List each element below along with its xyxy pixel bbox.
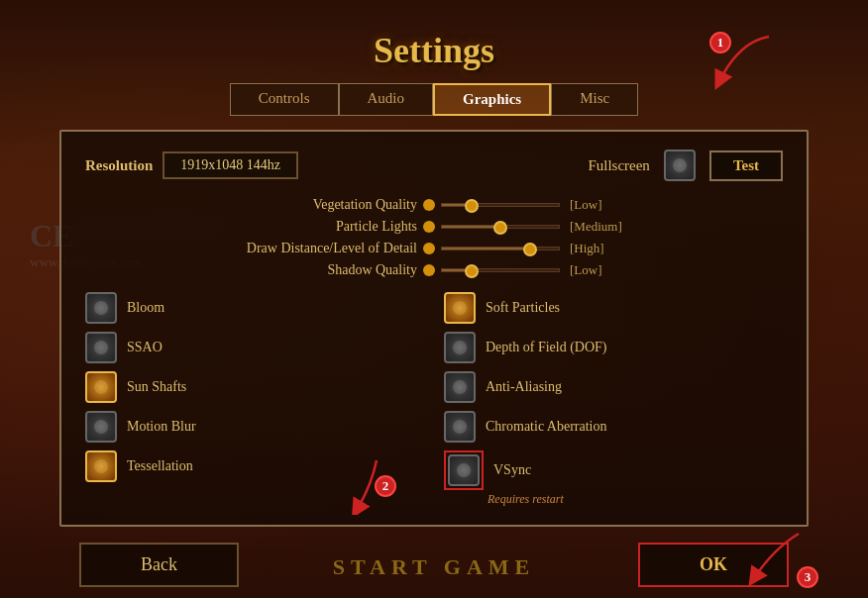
bloom-toggle[interactable] <box>85 292 117 324</box>
vegetation-quality-slider[interactable] <box>441 203 560 207</box>
resolution-label: Resolution <box>85 157 153 174</box>
draw-distance-label: Draw Distance/Level of Detail <box>219 241 417 256</box>
shadow-quality-slider[interactable] <box>441 268 560 272</box>
tab-controls[interactable]: Controls <box>230 83 339 116</box>
draw-distance-dot <box>423 243 435 254</box>
quality-row-draw: Draw Distance/Level of Detail [High] <box>85 241 783 256</box>
tessellation-label: Tessellation <box>127 458 193 474</box>
settings-panel: Resolution 1919x1048 144hz Fullscreen Te… <box>59 130 809 527</box>
fullscreen-toggle[interactable] <box>664 150 696 181</box>
tessellation-toggle[interactable] <box>85 450 117 482</box>
requires-restart-text: Requires restart <box>488 492 564 507</box>
annotation-badge-3: 3 <box>797 566 818 588</box>
back-button[interactable]: Back <box>79 543 239 587</box>
annotation-badge-2: 2 <box>375 475 396 497</box>
quality-row-shadow: Shadow Quality [Low] <box>85 262 783 278</box>
resolution-value[interactable]: 1919x1048 144hz <box>163 151 298 179</box>
dof-toggle[interactable] <box>444 332 476 363</box>
annotation-badge-1: 1 <box>709 32 731 53</box>
option-tessellation: Tessellation <box>85 450 424 482</box>
soft-particles-label: Soft Particles <box>486 300 560 316</box>
option-sun-shafts: Sun Shafts <box>85 371 424 403</box>
anti-aliasing-toggle[interactable] <box>444 371 476 403</box>
quality-row-particle: Particle Lights [Medium] <box>85 219 783 235</box>
particle-lights-label: Particle Lights <box>219 219 417 235</box>
quality-row-vegetation: Vegetation Quality [Low] <box>85 197 783 213</box>
vsync-toggle-highlight <box>444 450 484 490</box>
draw-distance-value: [High] <box>570 241 649 256</box>
ssao-toggle[interactable] <box>85 332 117 363</box>
options-grid: Bloom SSAO Sun Shafts Motion Blur Tessel… <box>85 292 783 507</box>
particle-lights-dot <box>423 221 435 233</box>
page-title: Settings <box>59 30 809 71</box>
soft-particles-toggle[interactable] <box>444 292 476 324</box>
vegetation-quality-dot <box>423 199 435 211</box>
ok-button[interactable]: OK <box>638 543 789 587</box>
particle-lights-slider[interactable] <box>441 225 560 229</box>
shadow-quality-dot <box>423 264 435 276</box>
fullscreen-label: Fullscreen <box>588 157 649 174</box>
shadow-quality-label: Shadow Quality <box>219 262 417 278</box>
tab-audio[interactable]: Audio <box>339 83 434 116</box>
option-soft-particles: Soft Particles <box>444 292 783 324</box>
vsync-toggle[interactable] <box>448 454 480 486</box>
shadow-quality-value: [Low] <box>570 262 649 278</box>
vsync-label: VSync <box>493 462 531 478</box>
sun-shafts-label: Sun Shafts <box>127 379 186 395</box>
particle-lights-value: [Medium] <box>570 219 649 235</box>
option-vsync: VSync Requires restart <box>444 450 783 507</box>
option-anti-aliasing: Anti-Aliasing <box>444 371 783 403</box>
options-left: Bloom SSAO Sun Shafts Motion Blur Tessel… <box>85 292 424 507</box>
bloom-label: Bloom <box>127 300 164 316</box>
anti-aliasing-label: Anti-Aliasing <box>486 379 562 395</box>
test-button[interactable]: Test <box>709 150 783 181</box>
settings-dialog: Settings Controls Audio Graphics Misc Re… <box>59 30 809 539</box>
chromatic-aberration-label: Chromatic Aberration <box>486 419 606 435</box>
dof-label: Depth of Field (DOF) <box>486 340 607 355</box>
draw-distance-slider[interactable] <box>441 247 560 250</box>
options-right: Soft Particles Depth of Field (DOF) Anti… <box>444 292 783 507</box>
resolution-row: Resolution 1919x1048 144hz Fullscreen Te… <box>85 150 783 181</box>
motion-blur-toggle[interactable] <box>85 411 117 443</box>
tab-bar: Controls Audio Graphics Misc <box>59 83 809 116</box>
quality-section: Vegetation Quality [Low] Particle Lights… <box>85 197 783 278</box>
sun-shafts-toggle[interactable] <box>85 371 117 403</box>
option-bloom: Bloom <box>85 292 424 324</box>
tab-graphics[interactable]: Graphics <box>433 83 551 116</box>
vegetation-quality-value: [Low] <box>570 197 649 213</box>
option-ssao: SSAO <box>85 332 424 363</box>
option-dof: Depth of Field (DOF) <box>444 332 783 363</box>
option-motion-blur: Motion Blur <box>85 411 424 443</box>
option-chromatic-aberration: Chromatic Aberration <box>444 411 783 443</box>
bottom-buttons: Back OK <box>59 543 809 587</box>
chromatic-aberration-toggle[interactable] <box>444 411 476 443</box>
vegetation-quality-label: Vegetation Quality <box>219 197 417 213</box>
motion-blur-label: Motion Blur <box>127 419 196 435</box>
tab-misc[interactable]: Misc <box>551 83 638 116</box>
ssao-label: SSAO <box>127 340 163 355</box>
